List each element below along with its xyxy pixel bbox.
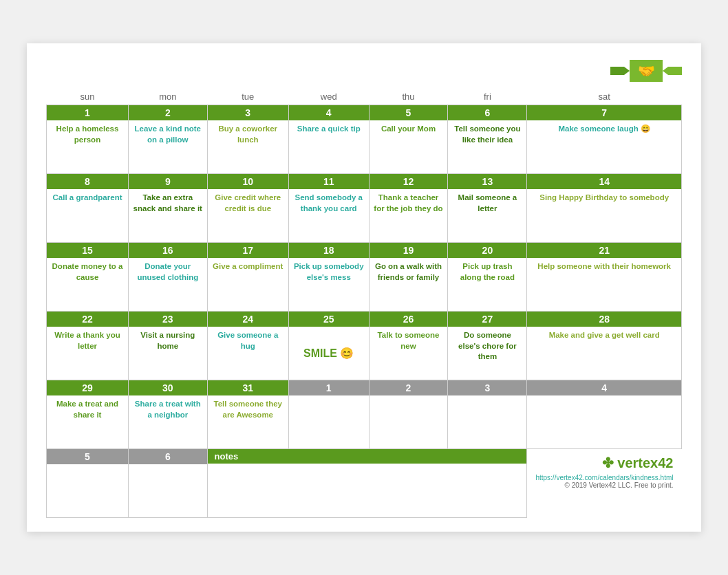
day-activity: Help a homeless person [47,120,128,173]
day-activity: Pick up trash along the road [448,258,526,311]
day-number: 25 [289,312,369,327]
day-number: 28 [527,312,681,327]
day-number: 13 [448,174,526,189]
day-activity: Thank a teacher for the job they do [370,189,448,242]
weekday-header-mon: mon [129,89,208,105]
day-activity: Buy a coworker lunch [208,120,288,173]
table-row: 1 [288,380,369,449]
table-row: 2 [369,380,448,449]
table-row: 14Sing Happy Birthday to somebody [527,174,682,243]
day-number: 10 [208,174,288,189]
day-number: 7 [527,105,681,120]
table-row: 13Mail someone a letter [448,174,527,243]
table-row: 8Call a grandparent [47,174,129,243]
day-activity: Make a treat and share it [47,395,128,448]
weekday-header-fri: fri [448,89,527,105]
calendar-page: 🤝 sunmontuewedthufrisat 1Help a homeless… [27,43,701,532]
day-number: 16 [129,243,207,258]
day-activity: Share a treat with a neighbor [129,395,207,448]
table-row: 19Go on a walk with friends or family [369,243,448,312]
badge-kindness [610,67,630,75]
table-row: 15Donate money to a cause [47,243,129,312]
header: 🤝 [46,60,682,82]
day-number: 8 [47,174,128,189]
day-activity: Do someone else's chore for them [448,327,526,380]
day-activity: Take an extra snack and share it [129,189,207,242]
weekday-header-wed: wed [288,89,369,105]
table-row: 12Thank a teacher for the job they do [369,174,448,243]
day-activity: Tell someone they are Awesome [208,395,288,448]
table-row: 18Pick up somebody else's mess [288,243,369,312]
day-number: 6 [448,105,526,120]
table-row: 29Make a treat and share it [47,380,129,449]
table-row: 6Tell someone you like their idea [448,105,527,174]
day-activity: Tell someone you like their idea [448,120,526,173]
table-row: 17Give a compliment [207,243,288,312]
day-number: 19 [370,243,448,258]
badge-area: 🤝 [610,60,682,82]
table-row: 9Take an extra snack and share it [129,174,208,243]
day-number: 24 [208,312,288,327]
handshake-icon: 🤝 [630,60,663,82]
day-number: 27 [448,312,526,327]
weekday-header-tue: tue [207,89,288,105]
day-activity: Go on a walk with friends or family [370,258,448,311]
day-number: 4 [527,380,681,395]
table-row: 28Make and give a get well card [527,312,682,380]
table-row: 25SMILE 😊 [288,312,369,380]
weekday-header-thu: thu [369,89,448,105]
table-row: 7Make someone laugh 😄 [527,105,682,174]
table-row: 16Donate your unused clothing [129,243,208,312]
table-row: 6 [129,449,208,518]
table-row: 4 [527,380,682,449]
day-number: 22 [47,312,128,327]
day-number: 18 [289,243,369,258]
table-row: 30Share a treat with a neighbor [129,380,208,449]
day-activity: Mail someone a letter [448,189,526,242]
day-number: 31 [208,380,288,395]
calendar-table: sunmontuewedthufrisat 1Help a homeless p… [46,89,682,518]
day-number: 1 [289,380,369,395]
table-row: 4Share a quick tip [288,105,369,174]
day-number: 14 [527,174,681,189]
day-number: 30 [129,380,207,395]
day-activity: Give credit where credit is due [208,189,288,242]
table-row: 31Tell someone they are Awesome [207,380,288,449]
day-activity: Call your Mom [370,120,448,173]
day-activity: Write a thank you letter [47,327,128,380]
table-row: 5 [47,449,129,518]
vertex-logo: ✤ vertex42 [602,455,674,471]
notes-label: notes [208,449,527,464]
day-activity: Make and give a get well card [527,327,681,380]
weekday-header-sat: sat [527,89,682,105]
badge-calendar [663,67,682,75]
day-activity: Give a compliment [208,258,288,311]
day-activity: Donate your unused clothing [129,258,207,311]
day-activity: Help someone with their homework [527,258,681,311]
day-activity: Make someone laugh 😄 [527,120,681,173]
day-number: 20 [448,243,526,258]
table-row: 3Buy a coworker lunch [207,105,288,174]
day-activity: Sing Happy Birthday to somebody [527,189,681,242]
table-row: 11Send somebody a thank you card [288,174,369,243]
day-activity: Donate money to a cause [47,258,128,311]
table-row: 10Give credit where credit is due [207,174,288,243]
day-number: 3 [448,380,526,395]
day-number: 15 [47,243,128,258]
vertex-copy: © 2019 Vertex42 LLC. Free to print. [564,481,673,489]
day-number: 21 [527,243,681,258]
day-number: 2 [370,380,448,395]
day-number: 26 [370,312,448,327]
table-row: 22Write a thank you letter [47,312,129,380]
day-activity: Send somebody a thank you card [289,189,369,242]
table-row: 3 [448,380,527,449]
day-number: 2 [129,105,207,120]
day-activity: Visit a nursing home [129,327,207,380]
vertex-url: https://vertex42.com/calendars/kindness.… [535,474,673,481]
day-activity: SMILE 😊 [289,327,369,380]
table-row: 24Give someone a hug [207,312,288,380]
notes-cell: notes [207,449,527,518]
table-row: 27Do someone else's chore for them [448,312,527,380]
day-number: 12 [370,174,448,189]
day-number: 3 [208,105,288,120]
